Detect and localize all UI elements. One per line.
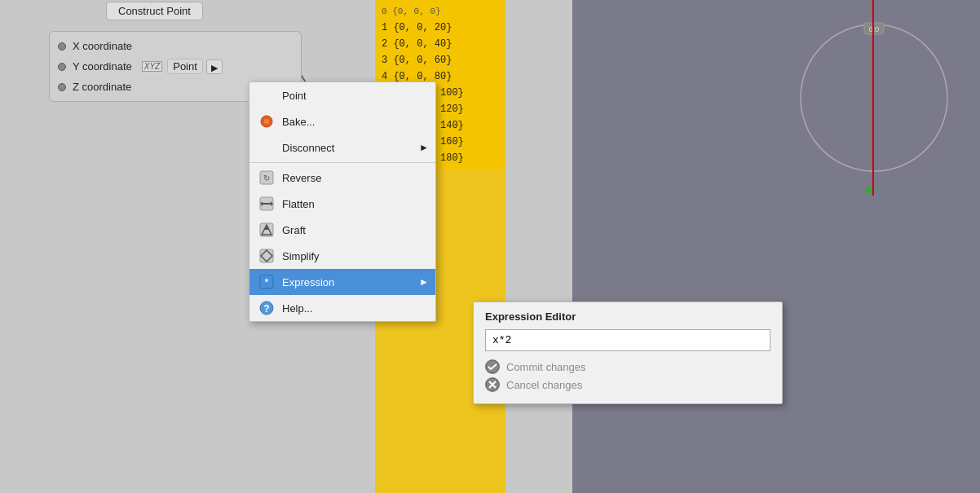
menu-item-help-label: Help... bbox=[282, 302, 313, 315]
flatten-icon bbox=[258, 195, 276, 213]
disconnect-arrow: ► bbox=[419, 142, 429, 153]
commit-icon[interactable] bbox=[485, 359, 500, 374]
svg-point-5 bbox=[264, 119, 269, 124]
z-input-dot bbox=[58, 83, 66, 91]
canvas-right-panel: 0:0 bbox=[572, 0, 980, 493]
menu-item-reverse[interactable]: ↻ Reverse bbox=[249, 165, 435, 191]
svg-rect-15 bbox=[260, 249, 273, 262]
menu-item-expression[interactable]: * Expression ► bbox=[249, 269, 435, 295]
node-title: Construct Point bbox=[106, 2, 203, 20]
menu-item-help[interactable]: ? Help... bbox=[249, 295, 435, 321]
menu-item-graft[interactable]: Graft bbox=[249, 217, 435, 243]
menu-item-disconnect-label: Disconnect bbox=[282, 142, 334, 154]
data-item: 3 {0, 0, 60} bbox=[382, 52, 498, 68]
expression-icon: * bbox=[258, 273, 276, 291]
menu-item-simplify-label: Simplify bbox=[282, 250, 320, 262]
green-dot bbox=[866, 187, 872, 194]
y-coordinate-label: Y coordinate bbox=[73, 60, 132, 73]
data-item: 1 {0, 0, 20} bbox=[382, 20, 498, 36]
menu-item-bake-label: Bake... bbox=[282, 116, 315, 128]
point-icon bbox=[258, 86, 276, 104]
cancel-row: Cancel changes bbox=[485, 377, 770, 392]
expression-arrow: ► bbox=[419, 276, 429, 288]
svg-text:0:0: 0:0 bbox=[869, 25, 880, 33]
z-coordinate-label: Z coordinate bbox=[73, 81, 131, 93]
expression-editor-popup: Expression Editor Commit changes Cancel … bbox=[473, 302, 783, 404]
vertical-red-line bbox=[872, 0, 874, 196]
menu-item-simplify[interactable]: Simplify bbox=[249, 243, 435, 269]
expression-editor-title: Expression Editor bbox=[485, 310, 770, 323]
menu-item-expression-label: Expression bbox=[282, 276, 334, 288]
svg-text:↻: ↻ bbox=[263, 174, 270, 183]
data-item: 0 {0, 0, 0} bbox=[382, 3, 498, 20]
svg-text:?: ? bbox=[263, 303, 269, 315]
commit-label: Commit changes bbox=[506, 361, 586, 373]
expression-actions: Commit changes Cancel changes bbox=[485, 359, 770, 392]
menu-item-bake[interactable]: Bake... bbox=[249, 108, 435, 134]
menu-item-flatten[interactable]: Flatten bbox=[249, 191, 435, 217]
menu-separator-1 bbox=[249, 162, 435, 163]
simplify-icon bbox=[258, 247, 276, 265]
reverse-icon: ↻ bbox=[258, 169, 276, 187]
canvas-circle: 0:0 bbox=[792, 16, 956, 179]
menu-item-flatten-label: Flatten bbox=[282, 198, 315, 210]
svg-text:*: * bbox=[265, 277, 269, 287]
context-menu: Point Bake... Disconnect ► ↻ Reverse bbox=[249, 81, 436, 322]
menu-item-reverse-label: Reverse bbox=[282, 172, 321, 184]
x-input-dot bbox=[58, 42, 66, 51]
menu-item-point-label: Point bbox=[282, 90, 307, 102]
svg-point-0 bbox=[801, 24, 947, 171]
cancel-icon[interactable] bbox=[485, 377, 500, 392]
point-output-label: Point bbox=[167, 59, 203, 74]
menu-item-point[interactable]: Point bbox=[249, 82, 435, 108]
y-coordinate-row: Y coordinate XYZ Point ▶ bbox=[50, 55, 301, 77]
commit-row: Commit changes bbox=[485, 359, 770, 374]
xyz-badge: XYZ bbox=[142, 61, 162, 72]
y-input-dot bbox=[58, 63, 66, 71]
output-connector[interactable]: ▶ bbox=[206, 59, 223, 74]
cancel-label: Cancel changes bbox=[506, 379, 582, 391]
bake-icon bbox=[258, 112, 276, 130]
menu-item-disconnect[interactable]: Disconnect ► bbox=[249, 134, 435, 161]
x-coordinate-label: X coordinate bbox=[73, 40, 132, 52]
graft-icon bbox=[258, 221, 276, 239]
x-coordinate-row: X coordinate bbox=[50, 37, 301, 55]
help-icon: ? bbox=[258, 299, 276, 317]
expression-input-field[interactable] bbox=[485, 329, 770, 351]
disconnect-icon bbox=[258, 139, 276, 156]
data-item: 2 {0, 0, 40} bbox=[382, 36, 498, 52]
menu-item-graft-label: Graft bbox=[282, 224, 306, 236]
